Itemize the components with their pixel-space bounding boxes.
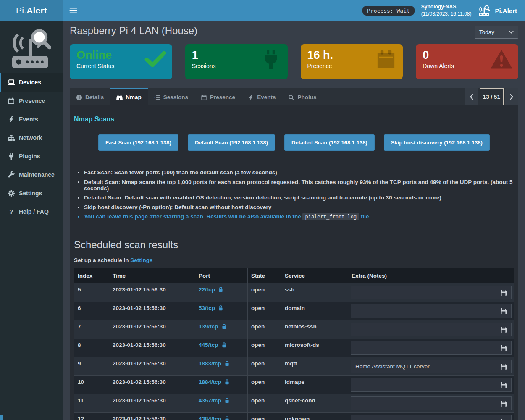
cell-service: microsoft-ds [281,339,348,357]
tab-nmap[interactable]: Nmap [110,88,148,105]
note-input[interactable] [351,341,496,355]
note-input[interactable] [351,378,496,392]
menu-toggle[interactable] [69,8,77,13]
tab-sessions[interactable]: 123 Sessions [148,88,194,105]
lock-icon [225,398,229,403]
next-device-button[interactable] [505,88,518,105]
cell-state: open [248,357,281,376]
cell-service: qsnet-cond [281,394,348,413]
cell-port: 1884/tcp [195,376,248,394]
gear-icon [8,190,15,197]
port-link-1883-tcp[interactable]: 1883/tcp [199,360,229,367]
save-icon [501,327,507,333]
table-row: 12 2023-01-02 15:56:30 4384/tcp open unk… [74,413,514,420]
cell-note [348,320,514,339]
table-row: 5 2023-01-02 15:56:30 22/tcp open ssh [74,284,514,302]
card-sessions: 1 Sessions [185,44,288,79]
question-icon: ? [8,208,15,215]
table-header-row: IndexTimePortStateServiceExtra (Notes) [74,268,514,284]
period-select[interactable]: Today [475,26,518,39]
note-input[interactable] [351,396,496,410]
cell-state: open [248,339,281,357]
port-link-1884-tcp[interactable]: 1884/tcp [199,379,229,385]
log-file-chip: pialert_front.log [302,213,359,220]
note-input-group [351,286,512,299]
note-input[interactable] [351,304,496,318]
cell-note [348,284,514,302]
table-row: 8 2023-01-02 15:56:30 445/tcp open micro… [74,339,514,357]
port-label: 22/tcp [199,286,215,293]
port-link-139-tcp[interactable]: 139/tcp [199,323,226,330]
column-header: Index [74,268,109,284]
card-down-alerts: 0 Down Alerts [416,44,518,79]
pialert-brand-icon [478,5,491,16]
settings-link[interactable]: Settings [130,257,152,263]
port-link-4384-tcp[interactable]: 4384/tcp [199,416,229,420]
scan-notes: Fast Scan: Scan fewer ports (100) than t… [76,169,514,210]
tab-label: Presence [210,94,235,100]
scan-button-skip-host-discovery-192-168-1-138[interactable]: Skip host discovery (192.168.1.138) [384,134,490,151]
prev-device-button[interactable] [465,88,478,105]
save-icon [501,382,507,388]
plug-icon [8,153,15,160]
sidebar-item-label: Maintenance [19,171,55,178]
note-input[interactable] [351,286,496,299]
port-link-22-tcp[interactable]: 22/tcp [199,286,223,293]
cell-state: open [248,320,281,339]
schedule-hint: Set up a schedule in Settings [74,257,514,263]
scan-note: Fast Scan: Scan fewer ports (100) than t… [84,169,514,176]
tab-details[interactable]: Details [70,88,110,105]
tab-label: Details [85,94,104,100]
save-note-button[interactable] [496,378,512,392]
scan-button-fast-scan-192-168-1-138[interactable]: Fast Scan (192.168.1.138) [98,134,178,151]
scan-button-detailed-scan-192-168-1-138[interactable]: Detailed Scan (192.168.1.138) [284,134,375,151]
cell-time: 2023-01-02 15:56:30 [109,357,195,376]
table-row: 9 2023-01-02 15:56:30 1883/tcp open mqtt [74,357,514,376]
note-input[interactable] [351,415,496,420]
cell-time: 2023-01-02 15:56:30 [109,339,195,357]
save-note-button[interactable] [496,304,512,318]
table-row: 6 2023-01-02 15:56:30 53/tcp open domain [74,302,514,320]
scan-buttons: Fast Scan (192.168.1.138) Default Scan (… [74,134,514,151]
sidebar-item-network[interactable]: Network [0,129,63,147]
sidebar-item-presence[interactable]: Presence [0,92,63,110]
save-note-button[interactable] [496,286,512,299]
cell-time: 2023-01-02 15:56:30 [109,376,195,394]
sidebar-item-help-faq[interactable]: ? Help / FAQ [0,202,63,221]
port-link-445-tcp[interactable]: 445/tcp [199,342,226,348]
cell-note [348,394,514,413]
tab-presence[interactable]: Presence [194,88,242,105]
chevron-right-icon [510,94,514,100]
svg-text:?: ? [9,208,13,215]
sidebar-menu: Devices Presence Events Network Plugins [0,73,63,221]
sidebar-item-maintenance[interactable]: Maintenance [0,165,63,184]
sidebar-item-settings[interactable]: Settings [0,184,63,202]
cell-note [348,413,514,420]
save-note-button[interactable] [496,323,512,336]
port-link-4357-tcp[interactable]: 4357/tcp [199,397,229,404]
navbar-brand[interactable]: Pi.Alert [478,5,519,16]
app-logo[interactable]: Pi.Alert [0,0,63,21]
cell-service: ssh [281,284,348,302]
save-note-button[interactable] [496,341,512,355]
cell-note [348,339,514,357]
navbar-right: Process: Wait Synology-NAS (11/03/2023, … [362,3,519,18]
save-note-button[interactable] [496,396,512,410]
chevron-left-icon [470,94,473,100]
port-label: 4357/tcp [199,397,221,404]
sidebar-item-events[interactable]: Events [0,110,63,129]
cell-service: netbios-ssn [281,320,348,339]
port-link-53-tcp[interactable]: 53/tcp [199,305,223,311]
tab-events[interactable]: Events [242,88,282,105]
save-note-button[interactable] [496,360,512,373]
save-note-button[interactable] [496,415,512,420]
tab-pholus[interactable]: Pholus [282,88,323,105]
sidebar-item-plugins[interactable]: Plugins [0,147,63,165]
cell-port: 1883/tcp [195,357,248,376]
note-input[interactable] [351,323,496,336]
note-input[interactable] [351,360,496,373]
scan-button-default-scan-192-168-1-138[interactable]: Default Scan (192.168.1.138) [188,134,275,151]
list-ol-icon: 123 [154,94,160,100]
cell-state: open [248,284,281,302]
sidebar-item-devices[interactable]: Devices [0,73,63,92]
